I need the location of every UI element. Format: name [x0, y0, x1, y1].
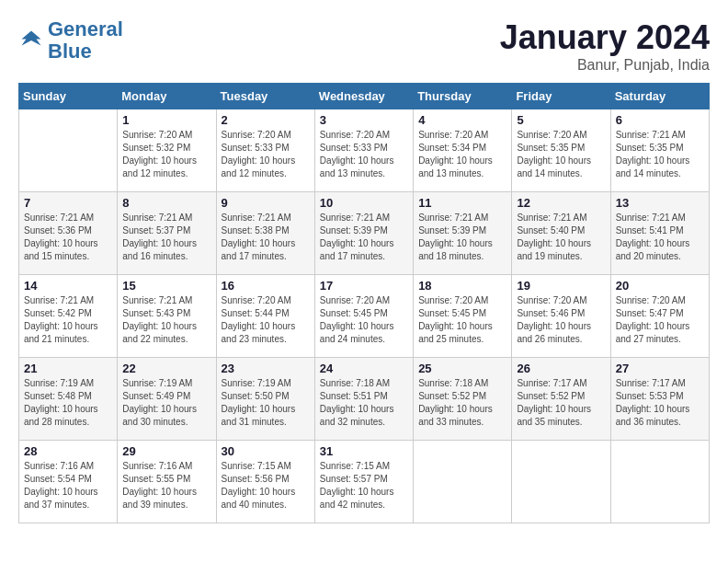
- calendar-cell: 28Sunrise: 7:16 AM Sunset: 5:54 PM Dayli…: [19, 441, 118, 523]
- day-number: 6: [616, 113, 704, 127]
- calendar-cell: 4Sunrise: 7:20 AM Sunset: 5:34 PM Daylig…: [414, 109, 512, 192]
- day-info: Sunrise: 7:15 AM Sunset: 5:56 PM Dayligh…: [222, 460, 310, 511]
- calendar-cell: [414, 441, 512, 523]
- day-number: 8: [122, 196, 210, 210]
- day-info: Sunrise: 7:21 AM Sunset: 5:37 PM Dayligh…: [122, 212, 210, 263]
- day-number: 20: [616, 279, 704, 293]
- day-number: 25: [418, 362, 506, 375]
- calendar-cell: 23Sunrise: 7:19 AM Sunset: 5:50 PM Dayli…: [216, 358, 314, 441]
- day-number: 21: [24, 362, 112, 375]
- day-number: 10: [320, 196, 408, 210]
- day-number: 16: [222, 279, 310, 293]
- calendar-cell: 16Sunrise: 7:20 AM Sunset: 5:44 PM Dayli…: [216, 275, 314, 358]
- day-number: 26: [517, 362, 605, 375]
- calendar-cell: 18Sunrise: 7:20 AM Sunset: 5:45 PM Dayli…: [414, 275, 512, 358]
- calendar-cell: 27Sunrise: 7:17 AM Sunset: 5:53 PM Dayli…: [610, 358, 709, 441]
- day-info: Sunrise: 7:20 AM Sunset: 5:32 PM Dayligh…: [122, 129, 210, 180]
- day-info: Sunrise: 7:20 AM Sunset: 5:33 PM Dayligh…: [320, 129, 408, 180]
- day-info: Sunrise: 7:21 AM Sunset: 5:39 PM Dayligh…: [320, 212, 408, 263]
- day-number: 5: [517, 113, 605, 127]
- day-info: Sunrise: 7:20 AM Sunset: 5:34 PM Dayligh…: [418, 129, 506, 180]
- day-info: Sunrise: 7:18 AM Sunset: 5:51 PM Dayligh…: [320, 377, 408, 429]
- calendar-week-3: 14Sunrise: 7:21 AM Sunset: 5:42 PM Dayli…: [19, 275, 710, 358]
- day-info: Sunrise: 7:21 AM Sunset: 5:35 PM Dayligh…: [616, 129, 704, 180]
- calendar-cell: 9Sunrise: 7:21 AM Sunset: 5:38 PM Daylig…: [216, 192, 314, 275]
- day-info: Sunrise: 7:20 AM Sunset: 5:35 PM Dayligh…: [517, 129, 605, 180]
- day-info: Sunrise: 7:18 AM Sunset: 5:52 PM Dayligh…: [418, 377, 506, 429]
- calendar-cell: 31Sunrise: 7:15 AM Sunset: 5:57 PM Dayli…: [314, 441, 413, 523]
- calendar-cell: [610, 441, 709, 523]
- calendar-cell: 21Sunrise: 7:19 AM Sunset: 5:48 PM Dayli…: [19, 358, 118, 441]
- calendar-cell: 17Sunrise: 7:20 AM Sunset: 5:45 PM Dayli…: [314, 275, 413, 358]
- day-header-friday: Friday: [512, 84, 610, 109]
- calendar-cell: 5Sunrise: 7:20 AM Sunset: 5:35 PM Daylig…: [512, 109, 610, 192]
- calendar-cell: 22Sunrise: 7:19 AM Sunset: 5:49 PM Dayli…: [118, 358, 216, 441]
- calendar-cell: 19Sunrise: 7:20 AM Sunset: 5:46 PM Dayli…: [512, 275, 610, 358]
- day-info: Sunrise: 7:19 AM Sunset: 5:48 PM Dayligh…: [24, 377, 112, 429]
- calendar-cell: 14Sunrise: 7:21 AM Sunset: 5:42 PM Dayli…: [19, 275, 118, 358]
- calendar-week-1: 1Sunrise: 7:20 AM Sunset: 5:32 PM Daylig…: [19, 109, 710, 192]
- logo-line2: Blue: [48, 40, 92, 63]
- calendar-cell: 11Sunrise: 7:21 AM Sunset: 5:39 PM Dayli…: [414, 192, 512, 275]
- day-header-monday: Monday: [118, 84, 216, 109]
- calendar-cell: 15Sunrise: 7:21 AM Sunset: 5:43 PM Dayli…: [118, 275, 216, 358]
- day-number: 27: [616, 362, 704, 375]
- day-number: 19: [517, 279, 605, 293]
- day-number: 14: [24, 279, 112, 293]
- day-number: 24: [320, 362, 408, 375]
- day-info: Sunrise: 7:21 AM Sunset: 5:43 PM Dayligh…: [122, 294, 210, 346]
- calendar-cell: 20Sunrise: 7:20 AM Sunset: 5:47 PM Dayli…: [610, 275, 709, 358]
- calendar-cell: 2Sunrise: 7:20 AM Sunset: 5:33 PM Daylig…: [216, 109, 314, 192]
- logo-text: General Blue: [48, 18, 123, 63]
- page-header: General Blue January 2024 Banur, Punjab,…: [18, 18, 710, 74]
- day-info: Sunrise: 7:21 AM Sunset: 5:42 PM Dayligh…: [24, 294, 112, 346]
- calendar-cell: 25Sunrise: 7:18 AM Sunset: 5:52 PM Dayli…: [414, 358, 512, 441]
- logo-icon: [18, 28, 44, 53]
- day-info: Sunrise: 7:20 AM Sunset: 5:46 PM Dayligh…: [517, 294, 605, 346]
- day-header-thursday: Thursday: [414, 84, 512, 109]
- calendar-cell: 12Sunrise: 7:21 AM Sunset: 5:40 PM Dayli…: [512, 192, 610, 275]
- logo-line1: General: [48, 17, 123, 40]
- calendar-cell: 7Sunrise: 7:21 AM Sunset: 5:36 PM Daylig…: [19, 192, 118, 275]
- day-number: 3: [320, 113, 408, 127]
- day-number: 29: [122, 444, 210, 458]
- svg-marker-0: [22, 31, 41, 46]
- day-header-tuesday: Tuesday: [216, 84, 314, 109]
- day-info: Sunrise: 7:20 AM Sunset: 5:33 PM Dayligh…: [222, 129, 310, 180]
- day-info: Sunrise: 7:21 AM Sunset: 5:41 PM Dayligh…: [616, 212, 704, 263]
- day-number: 28: [24, 444, 112, 458]
- day-info: Sunrise: 7:15 AM Sunset: 5:57 PM Dayligh…: [320, 460, 408, 511]
- day-info: Sunrise: 7:21 AM Sunset: 5:38 PM Dayligh…: [222, 212, 310, 263]
- day-info: Sunrise: 7:17 AM Sunset: 5:53 PM Dayligh…: [616, 377, 704, 429]
- day-info: Sunrise: 7:21 AM Sunset: 5:40 PM Dayligh…: [517, 212, 605, 263]
- day-info: Sunrise: 7:21 AM Sunset: 5:36 PM Dayligh…: [24, 212, 112, 263]
- calendar-cell: 8Sunrise: 7:21 AM Sunset: 5:37 PM Daylig…: [118, 192, 216, 275]
- day-header-sunday: Sunday: [19, 84, 118, 109]
- calendar-table: SundayMondayTuesdayWednesdayThursdayFrid…: [18, 83, 710, 523]
- day-number: 23: [222, 362, 310, 375]
- day-header-wednesday: Wednesday: [314, 84, 413, 109]
- day-info: Sunrise: 7:17 AM Sunset: 5:52 PM Dayligh…: [517, 377, 605, 429]
- day-number: 9: [222, 196, 310, 210]
- calendar-week-5: 28Sunrise: 7:16 AM Sunset: 5:54 PM Dayli…: [19, 441, 710, 523]
- day-info: Sunrise: 7:21 AM Sunset: 5:39 PM Dayligh…: [418, 212, 506, 263]
- day-info: Sunrise: 7:20 AM Sunset: 5:45 PM Dayligh…: [320, 294, 408, 346]
- day-info: Sunrise: 7:19 AM Sunset: 5:50 PM Dayligh…: [222, 377, 310, 429]
- location: Banur, Punjab, India: [500, 57, 710, 74]
- calendar-cell: 26Sunrise: 7:17 AM Sunset: 5:52 PM Dayli…: [512, 358, 610, 441]
- calendar-cell: 13Sunrise: 7:21 AM Sunset: 5:41 PM Dayli…: [610, 192, 709, 275]
- calendar-cell: 1Sunrise: 7:20 AM Sunset: 5:32 PM Daylig…: [118, 109, 216, 192]
- calendar-cell: [19, 109, 118, 192]
- calendar-cell: 10Sunrise: 7:21 AM Sunset: 5:39 PM Dayli…: [314, 192, 413, 275]
- day-info: Sunrise: 7:19 AM Sunset: 5:49 PM Dayligh…: [122, 377, 210, 429]
- calendar-cell: 30Sunrise: 7:15 AM Sunset: 5:56 PM Dayli…: [216, 441, 314, 523]
- calendar-cell: [512, 441, 610, 523]
- calendar-cell: 6Sunrise: 7:21 AM Sunset: 5:35 PM Daylig…: [610, 109, 709, 192]
- calendar-cell: 29Sunrise: 7:16 AM Sunset: 5:55 PM Dayli…: [118, 441, 216, 523]
- day-number: 18: [418, 279, 506, 293]
- month-title: January 2024: [500, 18, 710, 57]
- day-info: Sunrise: 7:20 AM Sunset: 5:47 PM Dayligh…: [616, 294, 704, 346]
- calendar-week-2: 7Sunrise: 7:21 AM Sunset: 5:36 PM Daylig…: [19, 192, 710, 275]
- day-number: 31: [320, 444, 408, 458]
- calendar-week-4: 21Sunrise: 7:19 AM Sunset: 5:48 PM Dayli…: [19, 358, 710, 441]
